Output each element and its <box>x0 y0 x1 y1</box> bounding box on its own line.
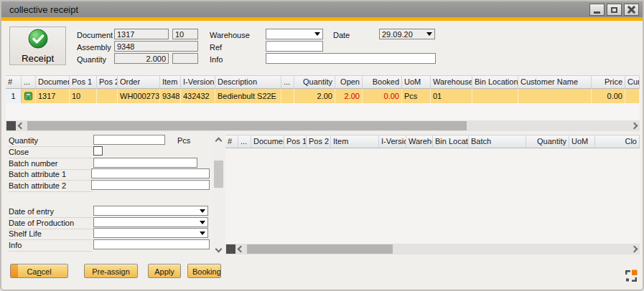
header-cell[interactable]: Document <box>36 76 70 88</box>
table-cell[interactable]: 10 <box>70 89 97 103</box>
maximize-button[interactable] <box>607 4 622 16</box>
header-cell[interactable]: Price <box>592 76 625 88</box>
scroll-right-button[interactable] <box>630 122 639 130</box>
table-row[interactable]: 1 1317 10 WH000273 9348 432432 Bedienbul… <box>6 89 640 103</box>
shelf-life-select[interactable] <box>93 228 208 238</box>
table-cell[interactable]: Pcs <box>402 89 431 103</box>
header-cell[interactable]: # <box>6 76 22 88</box>
info-field[interactable] <box>266 53 436 64</box>
row-status-cell[interactable] <box>22 89 36 103</box>
minimize-button[interactable] <box>589 4 605 16</box>
scroll-right-button[interactable] <box>630 245 639 253</box>
scroll-home-button[interactable] <box>226 244 235 254</box>
table-cell[interactable]: 0.00 <box>363 89 402 103</box>
detail-info-field[interactable] <box>93 239 210 249</box>
row-number-cell[interactable]: 1 <box>6 89 22 103</box>
scroll-left-button[interactable] <box>236 245 246 253</box>
batch-number-field[interactable] <box>93 158 197 168</box>
header-cell[interactable]: Curr <box>625 76 640 88</box>
pre-assign-button[interactable]: Pre-assign <box>84 264 138 278</box>
document-pos-field[interactable] <box>172 29 198 39</box>
header-cell[interactable]: Order <box>118 76 160 88</box>
chevron-down-icon <box>426 32 432 36</box>
table-cell[interactable]: 0.00 <box>592 89 625 103</box>
header-cell[interactable]: Wareho <box>406 135 433 148</box>
batch-attr2-field[interactable] <box>91 180 210 190</box>
scrollbar-thumb[interactable] <box>27 121 467 130</box>
quantity-extra-field[interactable] <box>172 53 198 64</box>
table-cell[interactable] <box>97 89 118 103</box>
table-cell[interactable]: 1317 <box>36 89 70 103</box>
header-cell[interactable]: Pos 2 <box>307 135 331 148</box>
header-cell[interactable]: Clo <box>595 135 640 148</box>
scroll-up-button[interactable] <box>214 136 223 146</box>
cancel-button[interactable]: Cancel <box>10 264 68 278</box>
ref-label: Ref <box>210 43 222 52</box>
header-cell[interactable]: Batch <box>469 135 526 148</box>
detail-table-hscrollbar[interactable] <box>225 244 640 254</box>
date-select[interactable]: 29.09.20 <box>379 29 435 39</box>
table-cell[interactable] <box>625 89 640 103</box>
ref-field[interactable] <box>266 41 323 52</box>
apply-button[interactable]: Apply <box>148 264 181 278</box>
detail-quantity-label: Quantity <box>9 136 93 147</box>
table-cell[interactable]: 2.00 <box>294 89 335 103</box>
booking-button[interactable]: Booking <box>187 264 221 278</box>
scrollbar-thumb[interactable] <box>214 161 223 188</box>
table-cell[interactable]: 432432 <box>181 89 215 103</box>
table-cell[interactable]: Bedienbult S22E <box>215 89 281 103</box>
close-icon <box>627 6 635 14</box>
header-cell[interactable]: Quantity <box>294 76 335 88</box>
date-of-production-select[interactable] <box>93 217 208 227</box>
header-cell[interactable]: # <box>225 135 238 148</box>
header-cell[interactable]: Document <box>251 135 284 148</box>
header-cell[interactable]: Quantity <box>526 135 569 148</box>
header-cell[interactable]: I-Version <box>379 135 406 148</box>
header-cell[interactable]: UoM <box>569 135 595 148</box>
titlebar[interactable]: collective receipt <box>1 1 643 17</box>
header-cell[interactable]: ... <box>22 76 36 88</box>
header-cell[interactable]: Pos 1 <box>284 135 307 148</box>
header-cell[interactable]: Warehouse <box>431 76 472 88</box>
header-cell[interactable]: Pos 1 <box>70 76 97 88</box>
detail-form-vscrollbar[interactable] <box>213 135 224 255</box>
table-cell[interactable]: 2.00 <box>335 89 363 103</box>
scrollbar-thumb[interactable] <box>247 244 393 254</box>
main-table-hscrollbar[interactable] <box>6 120 640 131</box>
batch-attr1-field[interactable] <box>91 168 210 178</box>
quantity-field[interactable] <box>114 53 169 64</box>
header-cell[interactable]: ... <box>281 76 294 88</box>
table-cell[interactable] <box>281 89 294 103</box>
scroll-home-button[interactable] <box>6 121 16 130</box>
header-cell[interactable]: Item <box>160 76 181 88</box>
detail-quantity-field[interactable] <box>93 135 165 145</box>
header-cell[interactable]: I-Version <box>181 76 215 88</box>
header-cell[interactable]: ... <box>238 135 251 148</box>
header-cell[interactable]: Bin Location <box>433 135 469 148</box>
table-cell[interactable]: 9348 <box>160 89 181 103</box>
header-cell[interactable]: Customer Name <box>518 76 592 88</box>
table-cell[interactable]: WH000273 <box>118 89 160 103</box>
header-cell[interactable]: Description <box>215 76 281 88</box>
close-button[interactable] <box>624 4 639 16</box>
table-cell[interactable] <box>518 89 592 103</box>
header-cell[interactable]: Item <box>331 135 379 148</box>
header-cell[interactable]: Bin Location <box>472 76 518 88</box>
warehouse-select[interactable] <box>266 29 323 39</box>
header-cell[interactable]: Pos 2 <box>97 76 118 88</box>
header-cell[interactable]: Open <box>335 76 363 88</box>
header-cell[interactable]: UoM <box>402 76 431 88</box>
table-cell[interactable] <box>472 89 518 103</box>
receipt-button[interactable]: Receipt <box>9 27 66 65</box>
close-checkbox[interactable] <box>93 146 103 156</box>
header-cell[interactable]: Booked <box>363 76 402 88</box>
table-cell[interactable]: 01 <box>431 89 472 103</box>
chevron-up-icon <box>215 138 223 145</box>
scroll-down-button[interactable] <box>214 244 223 254</box>
maximize-icon <box>611 7 617 13</box>
document-field[interactable] <box>114 29 169 39</box>
scroll-left-button[interactable] <box>17 122 26 130</box>
date-of-entry-select[interactable] <box>93 206 208 216</box>
assembly-field[interactable] <box>114 41 198 52</box>
expand-form-icon[interactable] <box>625 269 638 282</box>
